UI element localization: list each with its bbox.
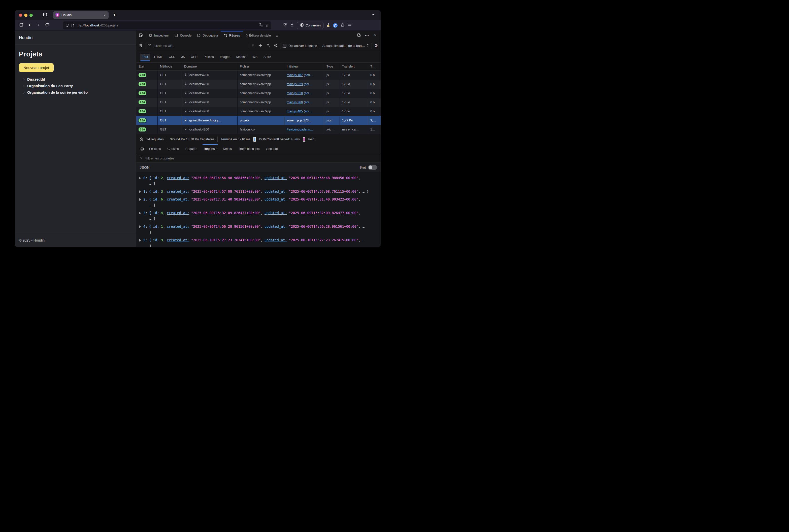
close-window-button[interactable] <box>19 14 22 17</box>
table-row[interactable]: 200 GET localhost:4200 component?c=src/a… <box>136 107 381 116</box>
stopwatch-icon[interactable] <box>139 137 143 141</box>
clear-requests-button[interactable] <box>139 43 142 48</box>
element-picker-button[interactable] <box>136 31 146 40</box>
json-tree-row[interactable]: 0: { id: 2 , created_at: "2025-06-06T14:… <box>139 174 381 188</box>
domcontentloaded-time[interactable]: DOMContentLoaded: 45 ms <box>259 137 300 141</box>
firefox-view-button[interactable] <box>41 11 49 19</box>
list-item[interactable]: Organisation de la soirée jeu vidéo <box>23 89 132 96</box>
url-bar[interactable]: http://localhost:4200/projets A ☆ <box>63 21 271 30</box>
properties-filter-input[interactable]: Filtrer les propriétés <box>136 154 381 163</box>
json-tree-row[interactable]: 2: { id: 6 , created_at: "2025-06-09T17:… <box>139 196 381 209</box>
list-item[interactable]: Organisation du Lan Party <box>23 83 132 89</box>
expand-caret-icon[interactable] <box>139 212 141 214</box>
extension-blue-lock-icon[interactable] <box>333 23 338 28</box>
downloads-icon[interactable] <box>290 23 294 28</box>
expand-caret-icon[interactable] <box>139 198 141 201</box>
table-row[interactable]: 200 GET localhost:4200 component?c=src/a… <box>136 98 381 107</box>
list-item[interactable]: Discreddit <box>23 76 132 83</box>
sidebar-toggle-button[interactable] <box>17 22 25 29</box>
initiator-link[interactable]: main.js:229 <box>287 82 303 86</box>
devtools-menu-button[interactable]: ••• <box>364 32 370 39</box>
filter-css[interactable]: CSS <box>167 54 178 60</box>
col-domaine[interactable]: Domaine <box>182 63 237 70</box>
extension-flask-icon[interactable] <box>326 23 330 28</box>
checkbox-icon[interactable] <box>283 44 286 48</box>
table-row-selected[interactable]: 200 GET zjywabthssmxcftqcyy… projets zon… <box>136 116 381 125</box>
initiator-link[interactable]: FaviconLoader.s… <box>287 128 313 131</box>
expand-caret-icon[interactable] <box>139 190 141 193</box>
disable-cache-checkbox[interactable]: Désactiver le cache <box>283 44 317 48</box>
shield-permissions-icon[interactable] <box>65 23 69 27</box>
block-requests-icon[interactable] <box>274 43 277 48</box>
devtools-close-button[interactable]: × <box>371 32 379 39</box>
json-tree-row[interactable]: 1: { id: 3 , created_at: "2025-06-06T14:… <box>139 188 381 196</box>
filter-tout[interactable]: Tout <box>140 54 150 60</box>
detail-tab-reponse[interactable]: Réponse <box>200 144 220 154</box>
list-all-tabs-button[interactable] <box>369 11 377 19</box>
detail-tab-cookies[interactable]: Cookies <box>164 144 182 154</box>
account-login-button[interactable]: Connexion <box>297 22 324 29</box>
filter-medias[interactable]: Médias <box>234 54 249 60</box>
maximize-window-button[interactable] <box>30 14 33 17</box>
forward-button[interactable] <box>35 22 42 29</box>
detail-tab-securite[interactable]: Sécurité <box>263 144 281 154</box>
filter-autre[interactable]: Autre <box>261 54 273 60</box>
translate-icon[interactable]: A <box>259 23 263 28</box>
col-taille[interactable]: T… <box>368 63 381 70</box>
col-methode[interactable]: Méthode <box>158 63 182 70</box>
col-initiateur[interactable]: Initiateur <box>284 63 324 70</box>
protection-shield-icon[interactable] <box>283 23 287 28</box>
back-button[interactable] <box>26 22 34 29</box>
pause-button[interactable] <box>252 44 255 48</box>
tab-console[interactable]: Console <box>172 31 194 40</box>
initiator-link[interactable]: main.js:318 <box>287 92 303 95</box>
detail-tab-delais[interactable]: Délais <box>220 144 235 154</box>
raw-toggle-switch[interactable] <box>368 165 377 170</box>
url-text[interactable]: http://localhost:4200/projets <box>77 23 257 27</box>
json-tree-row[interactable]: 5: { id: 9 , created_at: "2025-06-10T15:… <box>139 236 381 247</box>
tab-reseau[interactable]: Réseau <box>221 31 243 40</box>
table-row[interactable]: 200 GET localhost:4200 favicon.ico Favic… <box>136 125 381 134</box>
col-fichier[interactable]: Fichier <box>237 63 284 70</box>
project-link[interactable]: Discreddit <box>27 77 45 81</box>
bookmark-star-icon[interactable]: ☆ <box>266 23 269 28</box>
tab-editeur-de-style[interactable]: {} Éditeur de style <box>243 31 274 40</box>
responsive-design-mode-button[interactable] <box>355 32 363 39</box>
har-import-button[interactable] <box>259 43 263 48</box>
new-tab-button[interactable]: + <box>111 12 118 18</box>
more-tabs-button[interactable]: » <box>274 31 281 40</box>
project-link[interactable]: Organisation de la soirée jeu vidéo <box>27 91 88 94</box>
table-row[interactable]: 200 GET localhost:4200 component?c=src/a… <box>136 71 381 80</box>
minimize-window-button[interactable] <box>24 14 27 17</box>
reload-button[interactable] <box>43 22 51 29</box>
json-tree-row[interactable]: 3: { id: 4 , created_at: "2025-06-09T15:… <box>139 209 381 223</box>
throttling-select[interactable]: Aucune limitation de la ban… <box>323 43 369 48</box>
filter-images[interactable]: Images <box>218 54 232 60</box>
filter-js[interactable]: JS <box>179 54 187 60</box>
detail-tab-trace[interactable]: Trace de la pile <box>235 144 263 154</box>
extension-thumb-icon[interactable] <box>340 23 344 28</box>
initiator-link[interactable]: zone__js.js:173… <box>287 119 312 122</box>
expand-caret-icon[interactable] <box>139 225 141 228</box>
tab-inspecteur[interactable]: Inspecteur <box>146 31 172 40</box>
filter-polices[interactable]: Polices <box>201 54 216 60</box>
project-link[interactable]: Organisation du Lan Party <box>27 84 73 88</box>
search-icon[interactable] <box>266 43 270 48</box>
browser-tab-houdini[interactable]: A Houdini × <box>53 11 109 19</box>
load-time[interactable]: load: <box>308 137 315 141</box>
new-project-button[interactable]: Nouveau projet <box>19 63 54 72</box>
detail-tab-entetes[interactable]: En-têtes <box>146 144 164 154</box>
initiator-link[interactable]: main.js:187 <box>287 73 303 77</box>
table-row[interactable]: 200 GET localhost:4200 component?c=src/a… <box>136 80 381 89</box>
filter-html[interactable]: HTML <box>152 54 165 60</box>
network-settings-gear-icon[interactable]: ⚙ <box>374 43 378 49</box>
table-row[interactable]: 200 GET localhost:4200 component?c=src/a… <box>136 89 381 98</box>
col-etat[interactable]: État <box>136 63 158 70</box>
expand-caret-icon[interactable] <box>139 177 141 179</box>
filter-xhr[interactable]: XHR <box>189 54 200 60</box>
menu-hamburger-icon[interactable] <box>347 23 351 28</box>
initiator-link[interactable]: main.js:360 <box>287 100 303 104</box>
tab-debogueur[interactable]: Débogueur <box>194 31 221 40</box>
url-filter-input[interactable]: Filtrer les URL <box>148 43 246 48</box>
expand-caret-icon[interactable] <box>139 239 141 242</box>
